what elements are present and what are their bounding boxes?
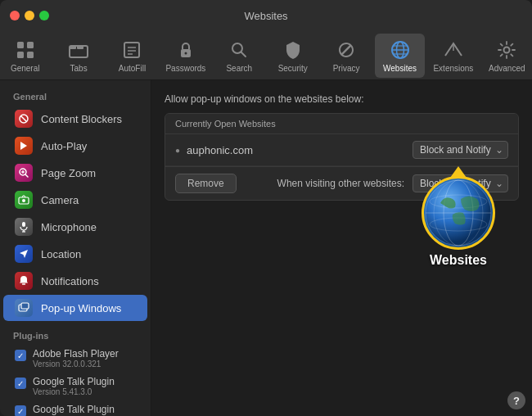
tabs-icon — [67, 38, 90, 61]
toolbar-label-websites: Websites — [383, 64, 417, 73]
svg-point-21 — [504, 47, 510, 52]
toolbar-item-tabs[interactable]: Tabs — [53, 34, 103, 78]
visiting-label: When visiting other websites: — [277, 178, 404, 189]
sidebar-item-auto-play[interactable]: Auto-Play — [3, 133, 147, 159]
toolbar-label-privacy: Privacy — [333, 64, 360, 73]
plugin-text-gtalk: Google Talk Plugin Version 5.41.3.0 — [33, 376, 115, 396]
svg-rect-6 — [77, 46, 83, 49]
svg-rect-0 — [17, 42, 24, 48]
svg-point-30 — [22, 199, 25, 202]
sidebar-item-label-microphone: Microphone — [41, 221, 97, 233]
toolbar-item-advanced[interactable]: Advanced — [482, 34, 532, 78]
sidebar-item-label-location: Location — [41, 248, 81, 260]
toolbar-label-tabs: Tabs — [70, 64, 88, 73]
sidebar-item-label-notifications: Notifications — [41, 275, 99, 287]
plugin-checkbox-gtalk-vid[interactable]: ✓ — [15, 405, 26, 416]
website-dropdown[interactable]: Block and Notify Block Allow — [413, 141, 508, 159]
plugin-text-gtalk-vid: Google Talk Plugin Vid... Version 5.41.3… — [33, 404, 139, 416]
extensions-icon — [442, 38, 465, 61]
microphone-icon — [15, 218, 33, 236]
svg-line-23 — [21, 116, 27, 122]
passwords-icon — [174, 38, 197, 61]
advanced-icon — [495, 38, 518, 61]
row-bullet: ● — [175, 146, 180, 155]
plugin-text-flash: Adobe Flash Player Version 32.0.0.321 — [33, 348, 119, 369]
toolbar-item-extensions[interactable]: Extensions — [428, 34, 478, 78]
toolbar-label-extensions: Extensions — [433, 64, 473, 73]
remove-button[interactable]: Remove — [175, 174, 237, 193]
website-dropdown-wrapper: Block and Notify Block Allow — [413, 141, 508, 159]
toolbar-label-advanced: Advanced — [489, 64, 525, 73]
popup-windows-icon — [15, 299, 33, 317]
toolbar-label-search: Search — [226, 64, 252, 73]
toolbar-item-privacy[interactable]: Privacy — [321, 34, 371, 78]
general-icon — [14, 38, 37, 61]
sidebar-item-page-zoom[interactable]: Page Zoom — [3, 160, 147, 186]
website-row: ● auphonic.com Block and Notify Block Al… — [165, 134, 518, 166]
svg-rect-5 — [70, 46, 76, 49]
toolbar-item-search[interactable]: Search — [214, 34, 264, 78]
security-icon — [282, 38, 304, 61]
sidebar-item-microphone[interactable]: Microphone — [3, 214, 147, 240]
toolbar-item-passwords[interactable]: Passwords — [160, 34, 210, 78]
sidebar-general-label: General — [0, 88, 151, 105]
toolbar-label-general: General — [11, 64, 40, 73]
svg-rect-7 — [124, 43, 139, 57]
sidebar-item-label-auto-play: Auto-Play — [41, 140, 87, 152]
sidebar-item-popup-windows[interactable]: Pop-up Windows — [3, 295, 147, 321]
notifications-icon — [15, 272, 33, 290]
window-title: Websites — [244, 10, 287, 22]
maximize-button[interactable] — [39, 11, 49, 20]
plugin-name-gtalk: Google Talk Plugin — [33, 376, 115, 387]
traffic-lights — [10, 11, 49, 20]
svg-rect-2 — [17, 52, 24, 58]
toolbar-item-general[interactable]: General — [0, 34, 50, 78]
website-url-cell: ● auphonic.com — [175, 144, 253, 156]
svg-marker-24 — [20, 142, 27, 150]
sidebar-item-label-page-zoom: Page Zoom — [41, 167, 96, 179]
svg-rect-3 — [27, 52, 34, 58]
autofill-icon — [120, 38, 143, 61]
toolbar-item-security[interactable]: Security — [268, 34, 318, 78]
toolbar-item-autofill[interactable]: AutoFill — [107, 34, 157, 78]
auto-play-icon — [15, 137, 33, 155]
search-icon — [228, 38, 250, 61]
sidebar-item-notifications[interactable]: Notifications — [3, 268, 147, 294]
toolbar-label-security: Security — [278, 64, 308, 73]
content-description: Allow pop-up windows on the websites bel… — [165, 93, 519, 105]
plugin-checkbox-flash[interactable]: ✓ — [15, 350, 26, 361]
help-button[interactable]: ? — [507, 391, 525, 409]
camera-icon — [15, 191, 33, 209]
panel-header: Currently Open Websites — [165, 114, 518, 134]
plugin-item-flash[interactable]: ✓ Adobe Flash Player Version 32.0.0.321 — [3, 345, 147, 372]
toolbar-item-websites[interactable]: Websites — [375, 34, 425, 78]
website-url: auphonic.com — [187, 144, 253, 156]
callout-overlay: Websites — [422, 166, 495, 268]
plugin-name-flash: Adobe Flash Player — [33, 348, 119, 359]
main-layout: General Content Blockers Auto-Play Page … — [0, 80, 532, 416]
plugin-item-gtalk[interactable]: ✓ Google Talk Plugin Version 5.41.3.0 — [3, 373, 147, 400]
plugin-item-gtalk-vid[interactable]: ✓ Google Talk Plugin Vid... Version 5.41… — [3, 400, 147, 416]
toolbar-label-autofill: AutoFill — [119, 64, 146, 73]
toolbar-label-passwords: Passwords — [165, 64, 205, 73]
page-zoom-icon — [15, 164, 33, 182]
title-bar: Websites — [0, 0, 532, 31]
sidebar-item-location[interactable]: Location — [3, 241, 147, 267]
sidebar-item-camera[interactable]: Camera — [3, 187, 147, 213]
sidebar-item-content-blockers[interactable]: Content Blockers — [3, 106, 147, 132]
svg-rect-36 — [21, 303, 29, 309]
toolbar: General Tabs AutoFill Passwords Search S… — [0, 31, 532, 80]
privacy-icon — [335, 38, 358, 61]
sidebar-plugins-label: Plug-ins — [0, 328, 151, 344]
content-wrapper: Allow pop-up windows on the websites bel… — [151, 80, 532, 416]
callout-label: Websites — [430, 253, 487, 268]
sidebar-item-label-camera: Camera — [41, 194, 79, 206]
callout-bubble: Websites — [422, 176, 495, 268]
svg-rect-31 — [22, 222, 25, 227]
plugin-version-gtalk: Version 5.41.3.0 — [33, 387, 115, 396]
minimize-button[interactable] — [25, 11, 34, 20]
sidebar: General Content Blockers Auto-Play Page … — [0, 80, 151, 416]
plugin-version-flash: Version 32.0.0.321 — [33, 359, 119, 369]
close-button[interactable] — [10, 11, 20, 20]
plugin-checkbox-gtalk[interactable]: ✓ — [15, 378, 26, 389]
